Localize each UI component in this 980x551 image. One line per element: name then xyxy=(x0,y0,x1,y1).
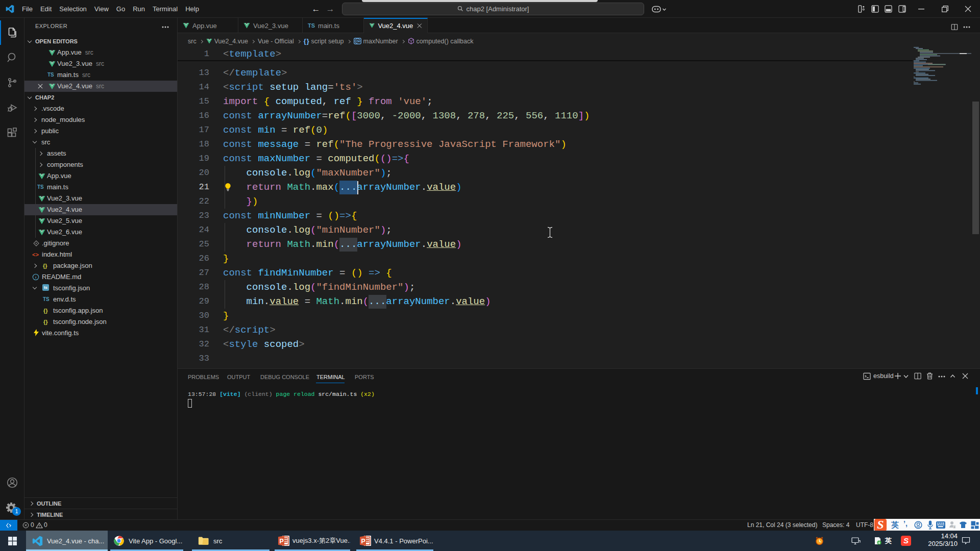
svg-text:P: P xyxy=(361,538,365,545)
svg-text:P: P xyxy=(280,538,284,545)
svg-text:1: 1 xyxy=(953,525,955,529)
